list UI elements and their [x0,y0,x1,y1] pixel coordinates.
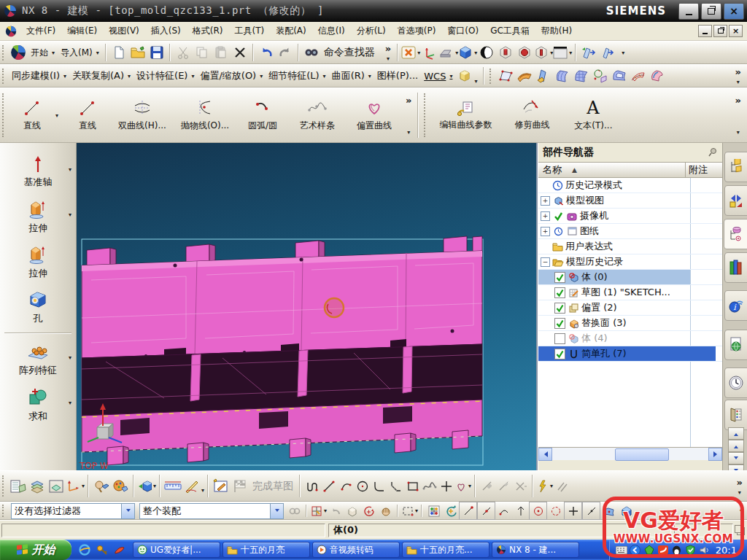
menu-gc-toolbox[interactable]: GC工具箱 [484,22,535,40]
n-sided-surface-button[interactable] [648,67,667,85]
navigator-horizontal-scrollbar[interactable] [538,447,722,460]
arc-circle-button[interactable]: 圆弧/圆 [236,93,289,138]
tree-row-body-4[interactable]: 体 (4) [538,331,722,346]
expand-icon[interactable] [541,196,550,206]
snap-point-toggle-button[interactable] [310,502,327,519]
internet-explorer-icon[interactable] [77,542,92,557]
swept-surface-button[interactable] [534,67,553,85]
clip-section-button[interactable] [579,44,598,62]
new-file-button[interactable] [109,44,128,62]
task-ug-forum[interactable]: UG爱好者|... [133,542,220,558]
task-nx8[interactable]: NX 8 - 建... [492,542,579,558]
palettes-tab[interactable] [724,400,747,430]
extrude-button[interactable]: 拉伸▾ [3,194,73,239]
expand-icon[interactable] [541,211,550,221]
selection-scope-combo[interactable]: 整个装配 [139,503,284,519]
command-finder-button[interactable]: 命令查找器 [321,44,378,61]
hidden-edges-button[interactable] [534,44,553,62]
column-note[interactable]: 附注 [686,163,722,177]
studio-spline-button[interactable]: 艺术样条 [289,93,346,138]
scroll-left-button[interactable] [538,448,552,461]
point-button[interactable] [438,478,454,494]
snap-face-button[interactable] [617,502,634,519]
menu-insert[interactable]: 插入(S) [145,22,187,40]
snap-intersection-button[interactable] [564,502,582,520]
text-button[interactable]: A 文本(T)... [563,93,623,138]
cut-button[interactable] [174,44,193,62]
resource-scroll-up-button[interactable] [728,440,744,452]
make-corner-button[interactable] [512,478,529,494]
checkbox-checked[interactable] [554,318,565,329]
web-browser-tab[interactable] [724,330,747,360]
dropdown-button[interactable] [270,504,283,518]
rendering-style-shaded-button[interactable] [477,44,496,62]
snap-pole-button[interactable] [512,502,529,519]
sketch-circle-button[interactable] [354,478,371,494]
collapse-icon[interactable] [541,257,550,267]
chamfer-button[interactable] [387,478,404,494]
toolbar-overflow[interactable]: ▾ [735,66,741,85]
part-navigator-tab[interactable] [724,219,747,249]
expand-icon[interactable] [541,227,550,236]
toolbar-overflow[interactable]: ▾ [406,95,411,136]
tree-row-replace-face-3[interactable]: 替换面 (3) [538,316,722,331]
display-wcs-button[interactable] [455,67,474,85]
design-feature-button[interactable]: 设计特征(E) [133,68,197,84]
background-color-button[interactable] [553,44,572,62]
keyboard-tray-icon[interactable] [616,544,627,556]
column-name[interactable]: 名称▲ [538,163,686,177]
resource-scroll-top-button[interactable] [728,427,744,440]
chevron-down-icon[interactable]: ▾ [69,211,71,218]
shield-tray-icon[interactable] [685,544,697,556]
sketch-in-task-environment-button[interactable] [212,477,231,495]
toolbar-overflow[interactable]: ▾ [737,477,743,496]
unite-button[interactable]: 求和▾ [3,382,73,427]
start-button[interactable]: 开始 [0,540,71,560]
show-shaded-button[interactable] [344,502,360,519]
tree-row-history-mode[interactable]: 历史记录模式 [538,178,722,193]
tree-row-user-expressions[interactable]: 用户表达式 [538,239,722,254]
task-av-transcode[interactable]: 音视频转码 [312,542,400,558]
save-button[interactable] [147,44,166,62]
display-mode-button[interactable] [439,44,458,62]
toolbar-grip[interactable] [2,505,6,516]
qq-tray-icon[interactable] [671,544,683,556]
synchronous-modeling-button[interactable]: 同步建模(I) [9,68,69,84]
sort-ascending-icon[interactable]: ▲ [572,166,577,174]
task-folder-moon-2[interactable]: 十五的月亮... [402,542,489,558]
law-extension-button[interactable] [629,67,648,85]
chevron-down-icon[interactable]: ▾ [55,112,58,119]
checkbox-checked[interactable] [554,272,565,283]
tree-row-sketch-1[interactable]: 草图 (1) "SKETCH... [538,285,722,300]
extrude-button-2[interactable]: 拉伸 [3,239,73,284]
layer-settings-button[interactable] [9,477,28,495]
toolbar-grip[interactable] [424,93,427,136]
parallel-constraint-button[interactable] [553,478,570,494]
edit-curve-parameters-button[interactable]: 编辑曲线参数 [430,93,500,138]
toolbar-grip[interactable] [2,45,6,61]
menu-tools[interactable]: 工具(T) [228,22,270,40]
tree-row-model-history[interactable]: 模型历史记录 [538,254,722,270]
line-button-2[interactable]: 直线 [64,93,111,138]
tree-row-simple-hole-7[interactable]: 简单孔 (7) [538,346,722,362]
selection-filter-combo[interactable]: 没有选择过滤器 [11,503,135,519]
assembly-navigator-tab[interactable] [724,152,747,182]
delete-button[interactable] [231,44,249,62]
menu-file[interactable]: 文件(F) [20,22,61,40]
sheet-surface-button[interactable] [553,67,572,85]
wcs-dynamics-button[interactable] [66,477,85,495]
layer-visible-button[interactable] [28,477,47,495]
chevron-down-icon[interactable]: ▾ [69,166,71,173]
snap-point-on-curve-button[interactable] [582,502,600,520]
rectangle-button[interactable] [404,478,421,494]
constraint-navigator-tab[interactable] [724,185,747,216]
fillet-button[interactable] [371,478,387,494]
measure-distance-button[interactable] [163,477,182,495]
profile-button[interactable] [303,478,320,494]
line-button[interactable]: 直线 [9,93,55,138]
restore-button[interactable] [701,3,721,20]
menu-analysis[interactable]: 分析(L) [351,22,392,40]
hand-tool-button[interactable] [377,502,394,519]
datum-axis-button[interactable]: 基准轴▾ [3,149,73,194]
parabola-button[interactable]: 抛物线(O)... [174,93,236,138]
